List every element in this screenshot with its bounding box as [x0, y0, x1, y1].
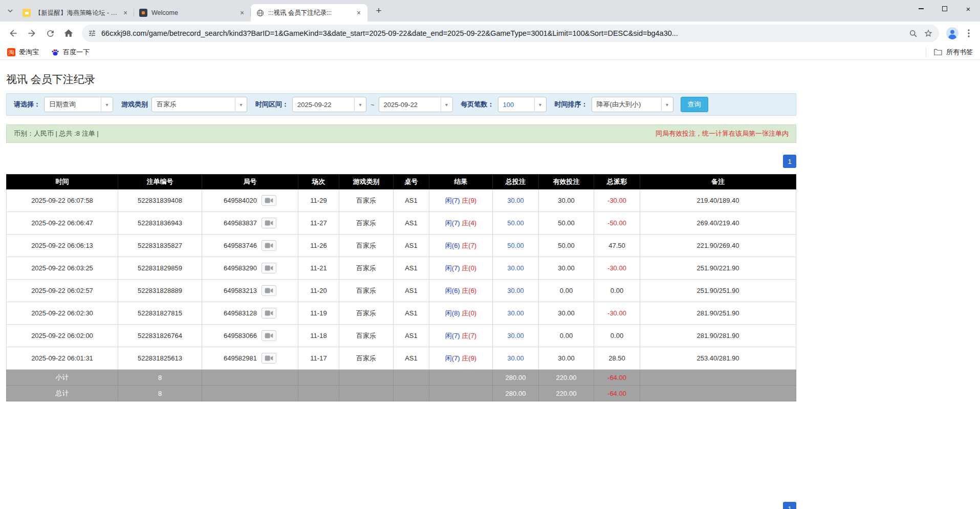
- session-no: 11-18: [298, 325, 339, 347]
- column-header: 总派彩: [594, 175, 640, 189]
- payout: -50.00: [594, 212, 640, 235]
- valid-bet: 50.00: [539, 235, 594, 257]
- home-button[interactable]: [60, 25, 77, 41]
- browser-tab-1[interactable]: 【新提醒】海燕策略论坛 - 综合 ×: [17, 4, 134, 22]
- valid-bet: 30.00: [539, 302, 594, 325]
- page-button-1-bottom[interactable]: 1: [783, 502, 796, 509]
- globe-favicon-icon: [256, 9, 264, 17]
- video-replay-button[interactable]: [262, 263, 276, 273]
- table-no: AS1: [394, 189, 429, 212]
- bookmark-star-icon[interactable]: [924, 29, 933, 38]
- result-player: 闲(7): [445, 219, 460, 227]
- payout: -30.00: [594, 189, 640, 212]
- sort-label: 时间排序：: [555, 100, 588, 109]
- forward-button[interactable]: [24, 25, 40, 41]
- camera-icon: [265, 198, 273, 203]
- back-button[interactable]: [5, 25, 21, 41]
- round-id: 649583290: [224, 264, 257, 272]
- empty-cell: [298, 370, 339, 386]
- camera-icon: [265, 243, 273, 248]
- column-header: 游戏类别: [339, 175, 394, 189]
- game-category: 百家乐: [339, 235, 394, 257]
- empty-cell: [640, 386, 796, 401]
- total-bet-link[interactable]: 50.00: [493, 212, 539, 235]
- round-cell: 649583746: [202, 235, 298, 257]
- result-player: 闲(7): [445, 197, 460, 204]
- bet-id: 522831836943: [118, 212, 202, 235]
- minimize-button[interactable]: [909, 0, 933, 17]
- query-mode-select[interactable]: 日期查询 ▾: [44, 97, 113, 112]
- bet-record-row: 2025-09-22 06:07:58522831839408649584020…: [7, 189, 796, 212]
- browser-tab-3-active[interactable]: :::视讯 会员下注纪录::: ×: [251, 4, 367, 22]
- game-category: 百家乐: [339, 257, 394, 280]
- reload-button[interactable]: [42, 25, 58, 41]
- address-bar[interactable]: 66cxkj98.com/game/betrecord_search/kind3…: [82, 25, 939, 42]
- bet-record-row: 2025-09-22 06:06:47522831836943649583837…: [7, 212, 796, 235]
- sort-select[interactable]: 降幂(由大到小) ▾: [592, 97, 673, 112]
- video-replay-button[interactable]: [262, 308, 276, 319]
- bet-time: 2025-09-22 06:02:57: [7, 280, 118, 302]
- per-page-value: 100: [498, 101, 534, 109]
- total-bet-link[interactable]: 30.00: [493, 257, 539, 280]
- remark: 281.90/251.90: [640, 302, 796, 325]
- all-bookmarks-button[interactable]: 所有书签: [926, 48, 973, 57]
- tab-close-icon[interactable]: ×: [237, 8, 247, 17]
- video-replay-button[interactable]: [262, 195, 276, 206]
- video-replay-button[interactable]: [262, 330, 276, 341]
- profile-avatar[interactable]: [945, 26, 960, 40]
- column-header: 桌号: [394, 175, 429, 189]
- search-button[interactable]: 查询: [681, 97, 708, 112]
- page-title: 视讯 会员下注纪录: [6, 72, 796, 87]
- three-dots-icon: [968, 29, 970, 37]
- total-bet-link[interactable]: 30.00: [493, 302, 539, 325]
- column-header: 局号: [202, 175, 298, 189]
- bet-time: 2025-09-22 06:07:58: [7, 189, 118, 212]
- video-replay-button[interactable]: [262, 353, 276, 364]
- session-no: 11-20: [298, 280, 339, 302]
- per-page-select[interactable]: 100 ▾: [498, 97, 547, 112]
- date-end-select[interactable]: 2025-09-22 ▾: [379, 97, 453, 112]
- bet-table-body: 2025-09-22 06:07:58522831839408649584020…: [7, 189, 796, 401]
- session-no: 11-21: [298, 257, 339, 280]
- total-bet-link[interactable]: 30.00: [493, 325, 539, 347]
- all-bookmarks-label: 所有书签: [946, 48, 973, 57]
- total-bet-link[interactable]: 30.00: [493, 189, 539, 212]
- bet-time: 2025-09-22 06:06:13: [7, 235, 118, 257]
- bookmark-taobao[interactable]: 淘 爱淘宝: [7, 48, 39, 57]
- site-info-icon[interactable]: [88, 29, 96, 37]
- game-type-value: 百家乐: [152, 100, 235, 109]
- chevron-down-icon: ▾: [235, 97, 247, 112]
- date-start-select[interactable]: 2025-09-22 ▾: [292, 97, 366, 112]
- chevron-down-icon: ▾: [354, 97, 366, 112]
- video-replay-button[interactable]: [262, 218, 276, 228]
- date-separator: ~: [371, 101, 375, 109]
- summary-bar: 币别：人民币 | 总共 :8 注单 | 同局有效投注，统一计算在该局第一张注单内: [6, 124, 796, 143]
- tab-close-icon[interactable]: ×: [354, 8, 363, 17]
- total-bet-link[interactable]: 30.00: [493, 280, 539, 302]
- tab-close-icon[interactable]: ×: [121, 8, 130, 17]
- maximize-icon: [942, 6, 947, 11]
- empty-cell: [429, 370, 493, 386]
- browser-tab-2[interactable]: Welcome ×: [134, 4, 251, 22]
- zoom-icon[interactable]: [909, 29, 918, 38]
- new-tab-button[interactable]: +: [372, 4, 386, 18]
- close-window-button[interactable]: ×: [956, 0, 980, 17]
- result-banker: 庄(7): [462, 242, 476, 249]
- tab-search-button[interactable]: [3, 4, 17, 18]
- total-bet-link[interactable]: 50.00: [493, 235, 539, 257]
- subtotal-total-bet: 280.00: [493, 370, 539, 386]
- bet-record-row: 2025-09-22 06:02:57522831828889649583213…: [7, 280, 796, 302]
- sort-value: 降幂(由大到小): [592, 100, 661, 109]
- bookmark-baidu[interactable]: 百度一下: [51, 48, 90, 57]
- page-button-1[interactable]: 1: [783, 155, 796, 168]
- total-bet-link[interactable]: 30.00: [493, 347, 539, 370]
- video-replay-button[interactable]: [262, 240, 276, 251]
- round-cell: 649583290: [202, 257, 298, 280]
- game-type-select[interactable]: 百家乐 ▾: [151, 97, 247, 112]
- maximize-button[interactable]: [933, 0, 956, 17]
- browser-menu-button[interactable]: [962, 26, 976, 40]
- bet-table-header-row: 时间注单编号局号场次游戏类别桌号结果总投注有效投注总派彩备注: [7, 175, 796, 189]
- url-text[interactable]: 66cxkj98.com/game/betrecord_search/kind3…: [101, 29, 904, 37]
- query-mode-value: 日期查询: [45, 100, 101, 109]
- video-replay-button[interactable]: [262, 285, 276, 296]
